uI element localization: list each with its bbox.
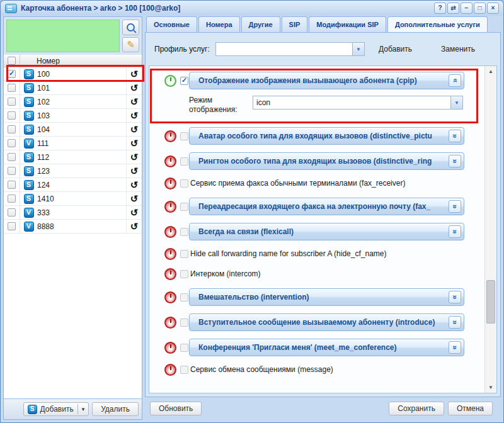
- tab-модификации-sip[interactable]: Модификации SIP: [309, 16, 386, 32]
- delete-number-button[interactable]: Удалить: [92, 402, 139, 416]
- tab-основные[interactable]: Основные: [146, 16, 197, 32]
- power-off-icon[interactable]: [164, 364, 176, 376]
- service-checkbox[interactable]: [180, 132, 188, 140]
- row-checkbox[interactable]: [8, 84, 16, 92]
- service-checkbox[interactable]: [180, 293, 188, 302]
- row-checkbox[interactable]: [8, 70, 16, 78]
- table-row[interactable]: S1410↺: [4, 192, 142, 206]
- cancel-button[interactable]: Отмена: [448, 402, 493, 415]
- power-off-icon[interactable]: [164, 268, 176, 280]
- history-icon[interactable]: ↺: [130, 83, 139, 93]
- row-checkbox[interactable]: [8, 153, 16, 161]
- service-header-button[interactable]: Аватар особого типа для входящих вызовов…: [189, 127, 464, 145]
- close-button[interactable]: ×: [487, 3, 499, 14]
- history-icon[interactable]: ↺: [130, 180, 139, 189]
- tab-дополнительные-услуги[interactable]: Дополнительные услуги: [387, 16, 488, 32]
- table-row[interactable]: S104↺: [4, 123, 142, 137]
- maximize-button[interactable]: □: [474, 3, 486, 14]
- column-header-number[interactable]: Номер: [37, 57, 142, 65]
- service-header-button[interactable]: Переадресация входящего факса на электро…: [189, 198, 464, 215]
- expand-button[interactable]: »: [449, 291, 461, 303]
- power-off-icon[interactable]: [164, 201, 176, 213]
- chevron-down-icon[interactable]: ▾: [82, 406, 85, 412]
- row-checkbox[interactable]: [8, 167, 16, 175]
- service-header-button[interactable]: Отображение изображения вызывающего абон…: [189, 72, 464, 89]
- expand-button[interactable]: »: [449, 130, 461, 142]
- table-row[interactable]: S102↺: [4, 95, 142, 109]
- service-header-button[interactable]: Рингтон особого типа для входящих вызово…: [189, 152, 464, 170]
- history-icon[interactable]: ↺: [130, 97, 139, 106]
- history-icon[interactable]: ↺: [130, 152, 139, 162]
- service-checkbox[interactable]: [180, 179, 188, 188]
- expand-button[interactable]: »: [449, 200, 461, 213]
- table-row[interactable]: V333↺: [4, 206, 142, 220]
- expand-button[interactable]: »: [449, 341, 461, 354]
- scroll-up-icon[interactable]: ▲: [485, 69, 496, 74]
- chevron-down-icon[interactable]: ▼: [352, 43, 364, 55]
- service-checkbox[interactable]: [180, 203, 188, 211]
- tab-номера[interactable]: Номера: [198, 16, 240, 32]
- power-off-icon[interactable]: [164, 342, 176, 354]
- save-button[interactable]: Сохранить: [389, 402, 444, 415]
- table-row[interactable]: S124↺: [4, 178, 142, 192]
- table-row[interactable]: V8888↺: [4, 220, 142, 234]
- row-checkbox[interactable]: [8, 139, 16, 147]
- history-icon[interactable]: ↺: [130, 125, 139, 134]
- row-checkbox[interactable]: [8, 181, 16, 189]
- table-row[interactable]: S103↺: [4, 109, 142, 123]
- collapse-button[interactable]: »: [449, 74, 461, 87]
- history-icon[interactable]: ↺: [130, 194, 139, 203]
- table-row[interactable]: S100↺: [4, 67, 142, 81]
- expand-button[interactable]: »: [449, 155, 461, 167]
- service-checkbox[interactable]: [180, 270, 188, 278]
- edit-button[interactable]: ✎: [122, 37, 139, 53]
- help-button[interactable]: ?: [434, 3, 446, 14]
- service-header-button[interactable]: Вмешательство (intervention)»: [189, 288, 464, 306]
- row-checkbox[interactable]: [8, 111, 16, 120]
- row-checkbox[interactable]: [8, 125, 16, 133]
- table-row[interactable]: S101↺: [4, 81, 142, 95]
- service-header-button[interactable]: Конференция 'Пригласи меня' (meet_me_con…: [189, 339, 464, 356]
- table-row[interactable]: S123↺: [4, 164, 142, 178]
- scroll-down-icon[interactable]: ▼: [485, 385, 496, 390]
- history-icon[interactable]: ↺: [130, 138, 139, 148]
- power-off-icon[interactable]: [164, 226, 176, 238]
- power-off-icon[interactable]: [164, 130, 176, 142]
- profile-add-button[interactable]: Добавить: [379, 45, 412, 54]
- select-all-checkbox[interactable]: [8, 57, 16, 65]
- row-checkbox[interactable]: [8, 222, 16, 230]
- power-off-icon[interactable]: [164, 291, 176, 303]
- service-checkbox[interactable]: [180, 157, 188, 166]
- power-off-icon[interactable]: [164, 248, 176, 260]
- service-checkbox[interactable]: [180, 250, 188, 258]
- profile-replace-button[interactable]: Заменить: [441, 45, 475, 54]
- service-checkbox[interactable]: [180, 319, 188, 327]
- service-checkbox[interactable]: [180, 77, 188, 85]
- history-icon[interactable]: ↺: [130, 69, 139, 79]
- expand-button[interactable]: »: [449, 225, 461, 238]
- row-checkbox[interactable]: [8, 98, 16, 106]
- add-number-button[interactable]: S Добавить ▾: [23, 402, 89, 416]
- service-checkbox[interactable]: [180, 366, 188, 374]
- power-off-icon[interactable]: [164, 155, 176, 167]
- display-mode-select[interactable]: icon▼: [253, 96, 463, 110]
- history-icon[interactable]: ↺: [130, 222, 139, 231]
- power-on-icon[interactable]: [164, 75, 176, 87]
- services-scrollbar[interactable]: ▲ ▼: [484, 66, 496, 393]
- history-icon[interactable]: ↺: [130, 208, 139, 217]
- history-icon[interactable]: ↺: [130, 111, 139, 120]
- refresh-button[interactable]: Обновить: [150, 402, 202, 415]
- row-checkbox[interactable]: [8, 195, 16, 203]
- service-checkbox[interactable]: [180, 228, 188, 236]
- service-header-button[interactable]: Вступительное сообщение вызываемому абон…: [189, 313, 464, 331]
- search-button[interactable]: [122, 20, 139, 35]
- refresh-button[interactable]: ⇄: [447, 3, 459, 14]
- service-header-button[interactable]: Всегда на связи (flexicall)»: [189, 223, 464, 240]
- power-off-icon[interactable]: [164, 178, 176, 189]
- row-checkbox[interactable]: [8, 208, 16, 217]
- table-row[interactable]: V111↺: [4, 137, 142, 150]
- expand-button[interactable]: »: [449, 316, 461, 329]
- scrollbar-thumb[interactable]: [486, 280, 495, 324]
- table-row[interactable]: S112↺: [4, 150, 142, 164]
- tab-sip[interactable]: SIP: [282, 16, 308, 32]
